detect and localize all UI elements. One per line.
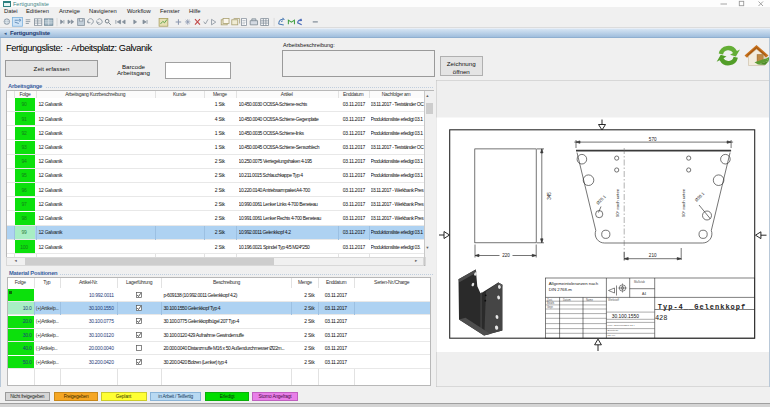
- svg-text:DIN 2768-m: DIN 2768-m: [549, 287, 573, 292]
- svg-text:Bearb.: Bearb.: [547, 301, 555, 305]
- svg-text:210: 210: [649, 253, 657, 258]
- svg-text:LULA EQUIPMENT 12 4: LULA EQUIPMENT 12 4: [608, 324, 636, 327]
- svg-text:Zust.: Zust.: [547, 298, 553, 302]
- svg-text:Allgemeintoleranzen nach: Allgemeintoleranzen nach: [549, 281, 599, 286]
- svg-text:Maßstab: Maßstab: [634, 280, 645, 284]
- svg-text:428: 428: [655, 314, 668, 322]
- svg-text:Typ-4__Gelenkkopf: Typ-4__Gelenkkopf: [658, 303, 746, 311]
- svg-text:90° nach unten: 90° nach unten: [615, 188, 620, 217]
- svg-text:Werkstoff: Werkstoff: [608, 298, 619, 302]
- svg-text:30.100.1550: 30.100.1550: [612, 314, 639, 319]
- svg-text:220: 220: [502, 253, 510, 258]
- svg-text:Gepr.: Gepr.: [547, 305, 554, 309]
- svg-text:345: 345: [547, 192, 552, 200]
- svg-text:570: 570: [649, 137, 657, 142]
- svg-text:Beneteau: Beneteau: [608, 329, 619, 332]
- svg-text:A4: A4: [642, 292, 646, 296]
- svg-text:Name: Name: [586, 298, 593, 302]
- svg-text:90° nach unten: 90° nach unten: [681, 188, 686, 217]
- svg-text:w5 xxx: w5 xxx: [608, 334, 616, 337]
- svg-text:Datum: Datum: [563, 298, 571, 302]
